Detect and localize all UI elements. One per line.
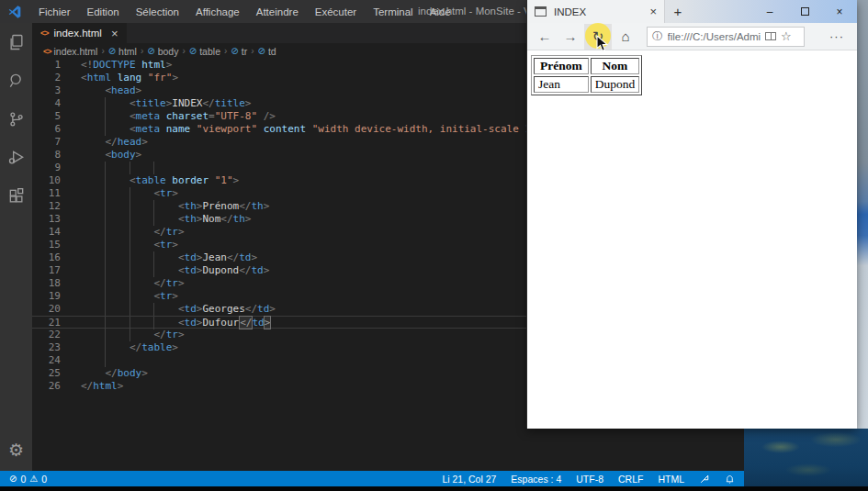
vscode-menubar: FichierEditionSélectionAffichageAtteindr… [30, 3, 459, 21]
chevron-right-icon: › [223, 46, 228, 56]
address-url[interactable]: file:///C:/Users/Admi [668, 31, 761, 42]
menu-item-sélection[interactable]: Sélection [128, 3, 187, 21]
back-button[interactable]: ← [533, 26, 557, 48]
line-number: 3 [32, 84, 61, 97]
breadcrumb-label: body [158, 46, 179, 57]
code-text: <html lang "fr"> [81, 72, 178, 84]
line-number: 22 [32, 329, 61, 341]
eol-sequence[interactable]: CRLF [618, 474, 643, 485]
encoding[interactable]: UTF-8 [576, 474, 603, 485]
line-number: 9 [32, 162, 61, 174]
browser-titlebar: INDEX × + – × [527, 0, 857, 23]
symbol-icon: ⊘ [108, 46, 116, 56]
settings-gear-icon[interactable]: ⚙ [0, 436, 32, 463]
line-number: 13 [32, 213, 61, 226]
line-number: 18 [32, 277, 61, 290]
table-cell: Jean [534, 76, 589, 93]
browser-tab-close-icon[interactable]: × [649, 5, 657, 18]
code-text: <title>INDEX</title> [81, 97, 251, 110]
refresh-button[interactable]: ↻ [584, 24, 612, 50]
symbol-icon: ⊘ [189, 46, 197, 56]
browser-window: INDEX × + – × ← → ↻ ⌂ ⓘ file [526, 0, 857, 429]
breadcrumb-item-index-html[interactable]: <>index.html [43, 46, 97, 57]
breadcrumb-item-td[interactable]: ⊘td [257, 46, 276, 57]
menu-item-affichage[interactable]: Affichage [187, 3, 248, 21]
rendered-html-table: PrénomNomJeanDupond [531, 55, 642, 95]
desktop-wallpaper [744, 429, 868, 491]
line-number: 4 [32, 97, 61, 110]
extensions-icon[interactable] [0, 177, 32, 216]
line-number: 20 [32, 303, 61, 316]
chevron-right-icon: › [250, 46, 254, 56]
feedback-icon[interactable] [699, 474, 710, 485]
problems-indicator[interactable]: ⊘ 0 ⚠ 0 [9, 474, 47, 485]
line-number: 14 [32, 226, 61, 239]
code-text: <th>Prénom</th> [81, 200, 269, 213]
maximize-button[interactable] [787, 0, 822, 23]
error-icon: ⊘ [9, 474, 17, 484]
reading-view-icon[interactable] [765, 32, 776, 40]
line-number: 10 [32, 174, 61, 187]
notifications-bell-icon[interactable] [725, 474, 735, 485]
new-tab-button[interactable]: + [665, 4, 691, 19]
breadcrumb-label: html [118, 46, 137, 57]
code-text: <tr> [81, 239, 178, 251]
breadcrumb-item-html[interactable]: ⊘html [108, 46, 137, 57]
tab-close-icon[interactable]: × [111, 27, 118, 40]
browser-tab-title: INDEX [554, 6, 586, 17]
maximize-icon [801, 7, 809, 16]
taskbar-strip [0, 486, 868, 491]
line-number: 15 [32, 239, 61, 251]
warning-icon: ⚠ [29, 474, 38, 484]
more-menu-button[interactable]: ··· [829, 29, 851, 43]
code-text: </body> [81, 367, 148, 380]
symbol-icon: ⊘ [257, 46, 265, 56]
source-control-icon[interactable] [0, 100, 32, 139]
code-text: <!DOCTYPE html> [81, 59, 172, 72]
tab-index-html[interactable]: <> index.html × [32, 23, 128, 43]
table-header-cell: Prénom [534, 58, 589, 74]
menu-item-fichier[interactable]: Fichier [30, 3, 79, 21]
minimize-button[interactable]: – [752, 0, 787, 23]
line-number: 17 [32, 264, 61, 277]
code-text: <tr> [81, 290, 178, 303]
code-text [81, 354, 130, 367]
screen: FichierEditionSélectionAffichageAtteindr… [0, 0, 868, 491]
favorites-star-icon[interactable]: ☆ [781, 29, 792, 43]
indentation[interactable]: Espaces : 4 [511, 474, 561, 485]
html-file-icon: <> [43, 47, 51, 56]
code-text: <meta charset="UTF-8" /> [81, 110, 276, 123]
browser-tab[interactable]: INDEX × [527, 0, 665, 23]
code-text: </head> [81, 136, 148, 149]
run-debug-icon[interactable] [0, 139, 32, 177]
menu-item-edition[interactable]: Edition [79, 3, 128, 21]
error-count: 0 [20, 474, 26, 485]
breadcrumb-item-tr[interactable]: ⊘tr [231, 46, 247, 57]
menu-item-exécuter[interactable]: Exécuter [307, 3, 365, 21]
html-file-icon: <> [40, 28, 49, 38]
line-number: 5 [32, 110, 61, 123]
forward-button[interactable]: → [558, 26, 582, 48]
breadcrumb-item-table[interactable]: ⊘table [189, 46, 220, 57]
breadcrumb-label: td [268, 46, 276, 57]
close-button[interactable]: × [822, 0, 857, 23]
cursor-position[interactable]: Li 21, Col 27 [442, 474, 496, 485]
menu-item-terminal[interactable]: Terminal [365, 3, 421, 21]
address-bar[interactable]: ⓘ file:///C:/Users/Admi ☆ [647, 27, 805, 47]
menu-item-atteindre[interactable]: Atteindre [248, 3, 307, 21]
language-mode[interactable]: HTML [658, 474, 684, 485]
browser-viewport: PrénomNomJeanDupond [527, 51, 857, 429]
site-info-icon[interactable]: ⓘ [652, 29, 663, 43]
explorer-icon[interactable] [0, 23, 32, 61]
page-icon [535, 6, 547, 17]
chevron-right-icon: › [181, 46, 186, 56]
code-text: <meta name "viewport" content "width dev… [81, 123, 568, 136]
symbol-icon: ⊘ [147, 46, 154, 56]
symbol-icon: ⊘ [231, 46, 238, 56]
breadcrumb-item-body[interactable]: ⊘body [147, 46, 178, 57]
home-button[interactable]: ⌂ [614, 26, 637, 48]
code-text: </tr> [81, 226, 185, 239]
search-icon[interactable] [0, 61, 32, 100]
activity-bar: ⚙ [0, 23, 32, 471]
table-header-cell: Nom [591, 58, 640, 74]
